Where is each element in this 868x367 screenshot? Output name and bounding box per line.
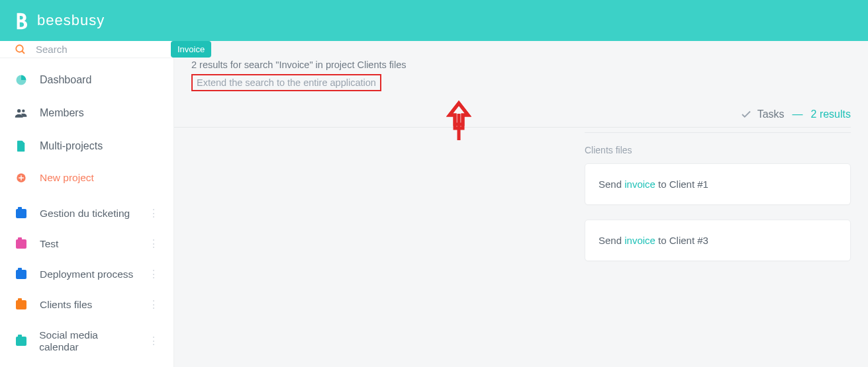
tasks-header: Tasks — 2 results — [585, 108, 851, 133]
result-card[interactable]: Send invoice to Client #3 — [585, 220, 851, 261]
briefcase-icon — [15, 270, 28, 279]
briefcase-icon — [15, 337, 27, 346]
sidebar-item-label: Gestion du ticketing — [40, 208, 130, 220]
extend-search-link[interactable]: Extend the search to the entire applicat… — [197, 77, 376, 88]
sidebar-item-label: Social media calendar — [39, 329, 136, 353]
result-card[interactable]: Send invoice to Client #1 — [585, 163, 851, 205]
sidebar-item-label: Members — [40, 107, 84, 119]
nav-projects: Gestion du ticketing⋮Test⋮Deployment pro… — [0, 193, 173, 367]
sidebar-item-label: Deployment process — [40, 268, 133, 280]
top-banner: beesbusy — [0, 0, 868, 41]
sidebar-item-dashboard[interactable]: Dashboard — [0, 63, 173, 97]
match-highlight: invoice — [624, 235, 655, 246]
main: 2 results for search "Invoice" in projec… — [174, 41, 868, 367]
annotation-arrow-icon — [446, 101, 472, 143]
divider: — — [793, 108, 803, 120]
svg-point-2 — [17, 109, 21, 112]
kebab-icon[interactable]: ⋮ — [148, 208, 159, 219]
results-panel: Tasks — 2 results Clients files Send inv… — [585, 108, 851, 276]
extend-highlight-box: Extend the search to the entire applicat… — [191, 74, 381, 91]
svg-line-1 — [22, 51, 24, 54]
results-group-title: Clients files — [585, 145, 851, 155]
brand-name: beesbusy — [37, 12, 105, 29]
briefcase-icon — [15, 300, 28, 309]
results-count: 2 results — [811, 108, 851, 120]
sidebar-item-members[interactable]: Members — [0, 97, 173, 130]
people-icon — [15, 108, 28, 118]
search-input[interactable] — [36, 44, 162, 55]
results-list: Send invoice to Client #1Send invoice to… — [585, 163, 851, 261]
results-summary: 2 results for search "Invoice" in projec… — [191, 60, 851, 70]
briefcase-icon — [15, 209, 28, 218]
briefcase-icon — [15, 239, 28, 249]
brand-logo-icon — [13, 11, 32, 30]
sidebar-item-new-project[interactable]: New project — [0, 163, 173, 193]
sidebar-item-label: Dashboard — [40, 74, 91, 86]
sidebar-project-item[interactable]: Social media calendar⋮ — [0, 320, 173, 362]
check-icon — [740, 108, 752, 120]
sidebar-project-item[interactable]: Deployment process⋮ — [0, 259, 173, 290]
sidebar-project-item[interactable]: Clients files⋮ — [0, 290, 173, 320]
search-row: Invoice — [0, 41, 173, 58]
svg-point-0 — [16, 45, 23, 52]
sidebar-item-label: Multi-projects — [40, 140, 103, 152]
sidebar: Invoice Dashboard Members Multi-projects — [0, 41, 174, 367]
brand: beesbusy — [13, 11, 105, 30]
sidebar-item-label: Test — [40, 238, 58, 250]
file-icon — [15, 140, 28, 152]
tasks-label: Tasks — [740, 108, 785, 120]
plus-icon — [15, 173, 28, 183]
svg-point-3 — [22, 110, 24, 112]
sidebar-item-label: New project — [40, 172, 94, 184]
kebab-icon[interactable]: ⋮ — [148, 239, 159, 249]
kebab-icon[interactable]: ⋮ — [148, 269, 159, 280]
kebab-icon[interactable]: ⋮ — [148, 300, 159, 310]
sidebar-item-label: Clients files — [40, 299, 92, 311]
search-icon[interactable] — [15, 44, 26, 56]
sidebar-project-item[interactable]: Dossiers clients⋮ — [0, 362, 173, 367]
sidebar-project-item[interactable]: Test⋮ — [0, 229, 173, 259]
pie-icon — [15, 74, 28, 86]
sidebar-project-item[interactable]: Gestion du ticketing⋮ — [0, 198, 173, 229]
sidebar-item-multiprojects[interactable]: Multi-projects — [0, 130, 173, 163]
nav-primary: Dashboard Members Multi-projects New pro… — [0, 58, 173, 193]
kebab-icon[interactable]: ⋮ — [148, 336, 159, 347]
match-highlight: invoice — [624, 179, 655, 190]
